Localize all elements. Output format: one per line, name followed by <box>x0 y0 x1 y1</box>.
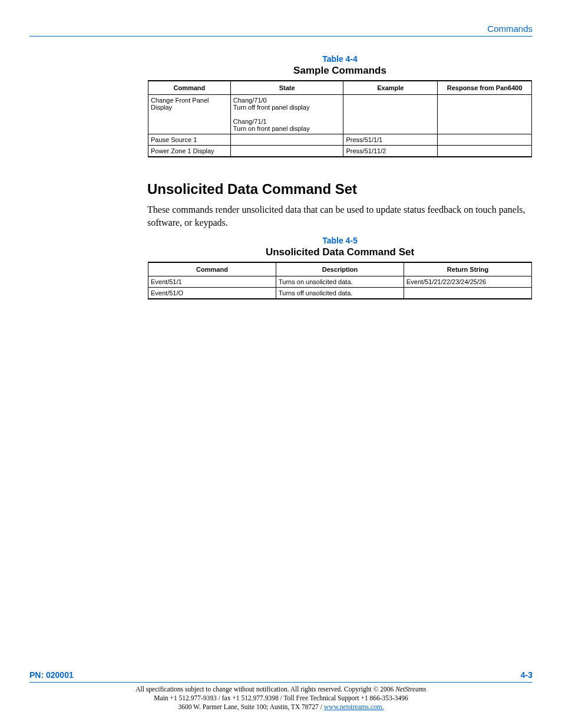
table45-title: Unsolicited Data Command Set <box>147 246 533 258</box>
cell-state: Chang/71/0 Turn off front panel display … <box>230 95 343 134</box>
cell-example <box>343 95 438 134</box>
table-header-row: Command Description Return String <box>148 262 532 276</box>
footer-page-number: 4-3 <box>521 670 533 680</box>
cell-description: Turns off unsolicited data. <box>276 288 404 299</box>
footer-text: All specifications subject to change wit… <box>29 685 533 711</box>
table44-caption: Table 4-4 Sample Commands <box>147 54 533 77</box>
footer-link[interactable]: www.netstreams.com. <box>324 703 384 710</box>
table44-number: Table 4-4 <box>147 54 533 64</box>
table-header-row: Command State Example Response from Pan6… <box>148 81 532 95</box>
table45-number: Table 4-5 <box>147 236 533 245</box>
cell-command: Event/51/1 <box>148 276 276 288</box>
col-header: State <box>230 81 343 95</box>
col-header: Description <box>276 262 404 276</box>
cell-response <box>438 134 532 146</box>
table-sample-commands: Command State Example Response from Pan6… <box>148 80 532 157</box>
col-header: Example <box>343 81 438 95</box>
section-body: These commands render unsolicited data t… <box>147 203 533 229</box>
table-row: Change Front Panel Display Chang/71/0 Tu… <box>148 95 532 134</box>
cell-return-string: Event/51/21/22/23/24/25/26 <box>404 276 532 288</box>
col-header: Command <box>148 262 276 276</box>
cell-state <box>230 146 343 157</box>
page-footer: PN: 020001 4-3 All specifications subjec… <box>29 670 533 711</box>
col-header: Response from Pan6400 <box>438 81 532 95</box>
cell-example: Press/51/1/1 <box>343 134 438 146</box>
footer-line2: Main +1 512.977-9393 / fax +1 512.977.93… <box>154 694 408 701</box>
section-heading: Unsolicited Data Command Set <box>147 181 533 197</box>
cell-response <box>438 95 532 134</box>
cell-return-string <box>404 288 532 299</box>
col-header: Command <box>148 81 231 95</box>
header-rule <box>29 36 533 37</box>
footer-pn: PN: 020001 <box>29 670 74 680</box>
table-row: Power Zone 1 Display Press/51/11/2 <box>148 146 532 157</box>
cell-command: Pause Source 1 <box>148 134 231 146</box>
cell-description: Turns on unsolicited data. <box>276 276 404 288</box>
table44-title: Sample Commands <box>147 65 533 77</box>
cell-example: Press/51/11/2 <box>343 146 438 157</box>
footer-line3a: 3600 W. Parmer Lane, Suite 100; Austin, … <box>178 703 323 710</box>
table45-caption: Table 4-5 Unsolicited Data Command Set <box>147 236 533 258</box>
table-unsolicited-data: Command Description Return String Event/… <box>148 262 532 299</box>
footer-brand: NetStreams <box>395 686 427 693</box>
table-row: Event/51/1 Turns on unsolicited data. Ev… <box>148 276 532 288</box>
table-row: Event/51/O Turns off unsolicited data. <box>148 288 532 299</box>
table-row: Pause Source 1 Press/51/1/1 <box>148 134 532 146</box>
header-section-label: Commands <box>29 24 533 34</box>
col-header: Return String <box>404 262 532 276</box>
cell-command: Power Zone 1 Display <box>148 146 231 157</box>
cell-command: Event/51/O <box>148 288 276 299</box>
footer-line1a: All specifications subject to change wit… <box>135 686 395 693</box>
cell-state <box>230 134 343 146</box>
footer-rule <box>29 682 533 683</box>
cell-response <box>438 146 532 157</box>
cell-command: Change Front Panel Display <box>148 95 231 134</box>
